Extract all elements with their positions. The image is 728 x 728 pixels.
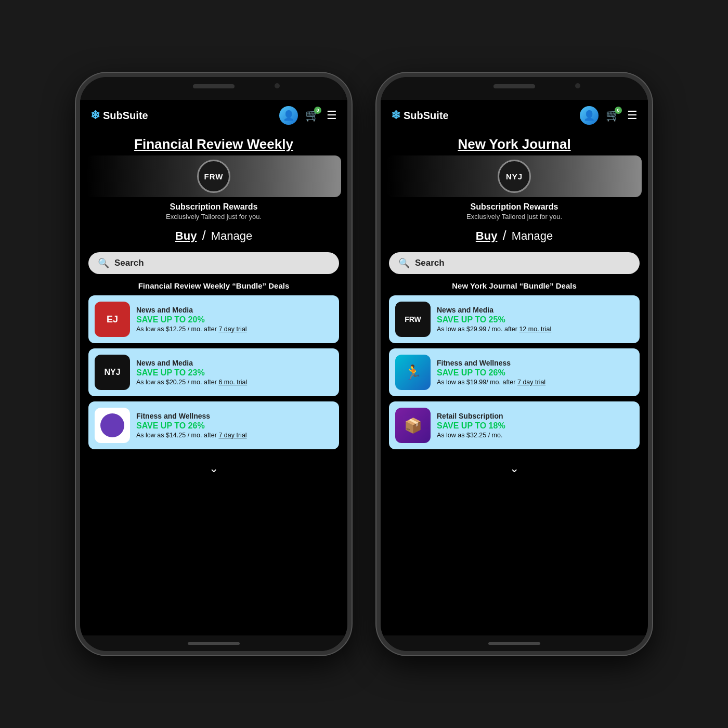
search-label-frw: Search	[114, 258, 144, 268]
logo-text-frw: SubSuite	[103, 110, 148, 122]
rewards-title-nyj: Subscription Rewards	[391, 202, 638, 212]
camera-frw	[275, 83, 280, 88]
logo-icon-nyj: ❄	[391, 109, 400, 122]
deal-category-nyj: News and Media	[136, 359, 247, 367]
deal-save-fitness-frw: SAVE UP TO 26%	[136, 421, 247, 431]
deal-card-fitness-frw[interactable]: Fitness and Wellness SAVE UP TO 26% As l…	[88, 401, 339, 449]
pub-title-frw: Financial Review Weekly	[80, 131, 347, 155]
separator-nyj: /	[502, 228, 506, 244]
screen-nyj: ❄ SubSuite 👤 🛒 0 ☰ New York Journal NYJ …	[381, 100, 648, 635]
deal-logo-nyj: NYJ	[95, 355, 130, 390]
avatar-icon-frw: 👤	[283, 110, 294, 121]
app-header-frw: ❄ SubSuite 👤 🛒 0 ☰	[80, 100, 347, 131]
logo-text-nyj: SubSuite	[404, 110, 449, 122]
logo-nyj: ❄ SubSuite	[391, 109, 449, 122]
deal-card-nyj[interactable]: NYJ News and Media SAVE UP TO 23% As low…	[88, 348, 339, 396]
deal-price-retail: As low as $32.25 / mo.	[437, 432, 505, 439]
phone-bottom-bar-frw	[80, 635, 347, 651]
deal-category-retail: Retail Subscription	[437, 412, 505, 420]
deal-card-flexfit[interactable]: 🏃 Fitness and Wellness SAVE UP TO 26% As…	[389, 348, 640, 396]
bundle-heading-frw: Financial Review Weekly “Bundle” Deals	[80, 279, 347, 295]
separator-frw: /	[202, 228, 205, 244]
cart-button-frw[interactable]: 🛒 0	[305, 109, 319, 122]
screen-frw: ❄ SubSuite 👤 🛒 0 ☰ Financial Review Week…	[80, 100, 347, 635]
deal-category-ej: News and Media	[136, 306, 247, 314]
hero-logo-frw: FRW	[197, 160, 230, 193]
deal-cards-frw: EJ News and Media SAVE UP TO 20% As low …	[80, 295, 347, 458]
deal-logo-frw: FRW	[395, 302, 431, 337]
deal-save-frw: SAVE UP TO 25%	[437, 315, 551, 324]
deal-price-nyj: As low as $20.25 / mo. after 6 mo. trial	[136, 379, 247, 386]
search-icon-frw: 🔍	[98, 257, 109, 269]
deal-logo-ej: EJ	[95, 302, 130, 337]
manage-link-nyj[interactable]: Manage	[512, 229, 553, 243]
header-actions-frw: 👤 🛒 0 ☰	[279, 106, 337, 125]
deal-info-fitness-frw: Fitness and Wellness SAVE UP TO 26% As l…	[136, 412, 247, 439]
avatar-icon-nyj: 👤	[583, 110, 595, 121]
buy-link-frw[interactable]: Buy	[175, 229, 197, 243]
scroll-down-chevron-nyj[interactable]: ⌄	[381, 458, 648, 482]
search-icon-nyj: 🔍	[398, 257, 410, 269]
deal-logo-flexfit: 🏃	[395, 355, 431, 390]
buy-manage-frw: Buy / Manage	[80, 223, 347, 249]
deal-card-ej[interactable]: EJ News and Media SAVE UP TO 20% As low …	[88, 295, 339, 343]
phone-frw: ❄ SubSuite 👤 🛒 0 ☰ Financial Review Week…	[76, 73, 352, 655]
deal-info-flexfit: Fitness and Wellness SAVE UP TO 26% As l…	[437, 359, 545, 386]
deal-price-fitness-frw: As low as $14.25 / mo. after 7 day trial	[136, 432, 247, 439]
buy-manage-nyj: Buy / Manage	[381, 223, 648, 249]
deal-info-retail: Retail Subscription SAVE UP TO 18% As lo…	[437, 412, 505, 439]
deal-save-ej: SAVE UP TO 20%	[136, 315, 247, 324]
scroll-down-chevron-frw[interactable]: ⌄	[80, 458, 347, 482]
search-label-nyj: Search	[415, 258, 445, 268]
deal-save-retail: SAVE UP TO 18%	[437, 421, 505, 431]
rewards-subtitle-frw: Exclusively Tailored just for you.	[90, 213, 337, 220]
deal-price-frw: As low as $29.99 / mo. after 12 mo. tria…	[437, 326, 551, 333]
deal-logo-retail: 📦	[395, 408, 431, 443]
camera-nyj	[575, 83, 580, 88]
phone-nyj: ❄ SubSuite 👤 🛒 0 ☰ New York Journal NYJ …	[376, 73, 652, 655]
deal-info-frw: News and Media SAVE UP TO 25% As low as …	[437, 306, 551, 333]
header-actions-nyj: 👤 🛒 0 ☰	[580, 106, 638, 125]
app-header-nyj: ❄ SubSuite 👤 🛒 0 ☰	[381, 100, 648, 131]
hero-banner-nyj: NYJ	[387, 155, 642, 197]
retail-icon: 📦	[404, 417, 422, 434]
pub-title-nyj: New York Journal	[381, 131, 648, 155]
speaker-frw	[193, 84, 235, 88]
rewards-section-nyj: Subscription Rewards Exclusively Tailore…	[381, 197, 648, 223]
buy-link-nyj[interactable]: Buy	[476, 229, 498, 243]
menu-button-frw[interactable]: ☰	[327, 109, 337, 122]
search-bar-nyj[interactable]: 🔍 Search	[389, 252, 640, 274]
menu-button-nyj[interactable]: ☰	[627, 109, 638, 122]
deal-price-flexfit: As low as $19.99/ mo. after 7 day trial	[437, 379, 545, 386]
deal-price-ej: As low as $12.25 / mo. after 7 day trial	[136, 326, 247, 333]
deal-logo-fitness-frw	[95, 408, 130, 443]
rewards-section-frw: Subscription Rewards Exclusively Tailore…	[80, 197, 347, 223]
deal-category-flexfit: Fitness and Wellness	[437, 359, 545, 367]
hero-banner-frw: FRW	[86, 155, 341, 197]
cart-button-nyj[interactable]: 🛒 0	[606, 109, 620, 122]
avatar-frw[interactable]: 👤	[279, 106, 298, 125]
speaker-nyj	[493, 84, 535, 88]
deal-category-frw: News and Media	[437, 306, 551, 314]
deal-card-frw[interactable]: FRW News and Media SAVE UP TO 25% As low…	[389, 295, 640, 343]
home-indicator-nyj	[488, 642, 540, 645]
home-indicator-frw	[188, 642, 240, 645]
cart-badge-nyj: 0	[615, 107, 622, 114]
search-bar-frw[interactable]: 🔍 Search	[88, 252, 339, 274]
deal-cards-nyj: FRW News and Media SAVE UP TO 25% As low…	[381, 295, 648, 458]
logo-frw: ❄ SubSuite	[90, 109, 148, 122]
deal-category-fitness-frw: Fitness and Wellness	[136, 412, 247, 420]
phone-top-bar-nyj	[381, 77, 648, 100]
deal-info-ej: News and Media SAVE UP TO 20% As low as …	[136, 306, 247, 333]
deal-save-nyj: SAVE UP TO 23%	[136, 368, 247, 378]
phone-bottom-bar-nyj	[381, 635, 648, 651]
hero-logo-nyj: NYJ	[498, 160, 531, 193]
rewards-title-frw: Subscription Rewards	[90, 202, 337, 212]
manage-link-frw[interactable]: Manage	[211, 229, 253, 243]
cart-badge-frw: 0	[314, 107, 321, 114]
bundle-heading-nyj: New York Journal “Bundle” Deals	[381, 279, 648, 295]
rewards-subtitle-nyj: Exclusively Tailored just for you.	[391, 213, 638, 220]
deal-info-nyj: News and Media SAVE UP TO 23% As low as …	[136, 359, 247, 386]
avatar-nyj[interactable]: 👤	[580, 106, 599, 125]
deal-card-retail[interactable]: 📦 Retail Subscription SAVE UP TO 18% As …	[389, 401, 640, 449]
